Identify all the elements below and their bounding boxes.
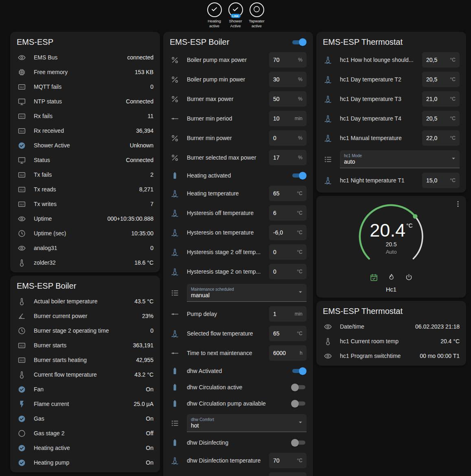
- entity-value: Off: [146, 430, 153, 437]
- number-input[interactable]: 10min: [269, 111, 307, 126]
- power-icon[interactable]: [405, 273, 413, 283]
- toggle-switch[interactable]: [291, 439, 307, 447]
- sensor-row[interactable]: Current flow temperature43.2 °C: [10, 367, 160, 382]
- select-field[interactable]: Maintenance scheduledmanual: [187, 284, 307, 302]
- entity-value: 23%: [142, 313, 153, 319]
- number-input[interactable]: 1min: [269, 306, 307, 322]
- sensor-row[interactable]: Heating pumpOn: [10, 455, 160, 470]
- number-row: Hysteresis stage 2 on temp...0°C: [163, 262, 313, 281]
- number-input[interactable]: 0°C: [269, 264, 307, 279]
- sensor-row[interactable]: 012Burner starts heating42,955: [10, 353, 160, 367]
- number-input[interactable]: 70%: [269, 52, 307, 68]
- sensor-row[interactable]: Actual boiler temperature43.5 °C: [10, 294, 160, 309]
- sensor-row[interactable]: EMS Busconnected: [10, 50, 160, 65]
- badge-shower-active[interactable]: LINK Shower Active: [226, 2, 245, 30]
- number-input[interactable]: 70°C: [269, 453, 307, 468]
- number-input[interactable]: 21,0°C: [422, 91, 460, 107]
- number-input[interactable]: 15,0°C: [422, 173, 460, 188]
- badge-tapwater-active[interactable]: Tapwater active: [248, 2, 266, 30]
- sensor-row[interactable]: 012Rx fails11: [10, 109, 160, 123]
- number-row: Selected flow temperature65°C: [163, 324, 313, 343]
- number-unit: min: [295, 311, 302, 317]
- number-unit: °C: [297, 210, 302, 216]
- number-input[interactable]: 20,5°C: [422, 52, 460, 68]
- number-input[interactable]: 20,5°C: [422, 72, 460, 87]
- badge-label: Heating active: [205, 19, 224, 29]
- entity-label: Hysteresis stage 2 off temp...: [187, 249, 269, 255]
- number-input[interactable]: -6,0°C: [269, 225, 307, 240]
- toggle-row: dhw Activated: [163, 363, 313, 379]
- sensor-row[interactable]: 012Tx writes7: [10, 197, 160, 211]
- percent-icon: [170, 94, 180, 104]
- sensor-row[interactable]: 012Tx fails2: [10, 167, 160, 182]
- fire-icon[interactable]: [387, 273, 396, 283]
- thermostat-dial[interactable]: 20.4°C 20.5 Auto: [356, 202, 426, 272]
- card-title: EMS-ESP Thermostat: [316, 32, 466, 50]
- entity-label: Date/time: [340, 323, 412, 330]
- number-value: 20,5: [426, 115, 437, 122]
- entity-label: Tx writes: [34, 201, 147, 207]
- sensor-row[interactable]: Flame current25.0 µA: [10, 397, 160, 411]
- card-power-toggle[interactable]: [291, 38, 307, 46]
- counter-icon: 012: [17, 126, 26, 136]
- sensor-row[interactable]: 012Tx reads8,271: [10, 182, 160, 197]
- sensor-row[interactable]: zolder3218.6 °C: [10, 255, 160, 270]
- entity-value: 8,271: [139, 186, 153, 193]
- sensor-row[interactable]: Shower ActiveUnknown: [10, 138, 160, 153]
- sensor-row[interactable]: Heating activeOn: [10, 441, 160, 455]
- switch-knob: [291, 439, 299, 447]
- number-input[interactable]: 6000h: [269, 345, 307, 361]
- number-input[interactable]: 30%: [269, 72, 307, 87]
- select-field[interactable]: hc1 Modeauto: [340, 150, 460, 168]
- number-input[interactable]: 65°C: [269, 186, 307, 201]
- sensor-row[interactable]: 012Burner starts363,191: [10, 338, 160, 353]
- sensor-row[interactable]: 012MQTT fails0: [10, 79, 160, 94]
- badge-heating-active[interactable]: Heating active: [205, 2, 224, 30]
- sensor-row[interactable]: hc1 Current room temp20.4 °C: [316, 334, 466, 349]
- thermometer-icon: [17, 370, 26, 379]
- sensor-row[interactable]: Date/time06.02.2023 21:18: [316, 319, 466, 334]
- number-input[interactable]: 20,5°C: [422, 111, 460, 126]
- sensor-row[interactable]: Burner current power23%: [10, 309, 160, 323]
- number-input[interactable]: 50%: [269, 91, 307, 107]
- battery-icon: [170, 171, 180, 180]
- number-input[interactable]: 17%: [269, 150, 307, 165]
- sensor-row[interactable]: Burner stage 2 operating time0: [10, 323, 160, 338]
- sensor-row[interactable]: hc1 Program switchtime00 mo 00:00 T1: [316, 349, 466, 363]
- entity-label: Heating temperature: [187, 190, 269, 197]
- number-value: 30: [273, 76, 280, 83]
- sensor-row[interactable]: analog310: [10, 241, 160, 255]
- sensor-row[interactable]: GasOn: [10, 411, 160, 426]
- toggle-switch[interactable]: [291, 171, 307, 180]
- sensor-row[interactable]: NTP statusConnected: [10, 94, 160, 109]
- thermometer-water-icon: [323, 175, 333, 185]
- number-input[interactable]: 65°C: [269, 326, 307, 341]
- select-field[interactable]: dhw Comforthot: [187, 414, 307, 432]
- sensor-row[interactable]: Uptime (sec)10:35:00: [10, 226, 160, 241]
- sensor-row[interactable]: FanOn: [10, 382, 160, 397]
- thermometer-water-icon: [323, 55, 333, 65]
- number-input[interactable]: 22,0°C: [422, 130, 460, 146]
- switch-knob: [299, 367, 307, 375]
- number-unit: °C: [297, 249, 302, 255]
- calendar-check-icon[interactable]: [370, 273, 378, 283]
- number-input[interactable]: 6°C: [269, 205, 307, 221]
- entity-value: 153 KB: [135, 69, 153, 75]
- entity-label: dhw Circulation active: [187, 384, 291, 390]
- toggle-switch[interactable]: [291, 399, 307, 408]
- toggle-switch[interactable]: [291, 367, 307, 375]
- number-value: 70: [273, 457, 280, 464]
- number-input[interactable]: 0%: [269, 130, 307, 146]
- dots-vertical-icon[interactable]: [454, 200, 462, 210]
- toggle-switch[interactable]: [291, 383, 307, 391]
- badge-circle: LINK: [228, 2, 243, 17]
- number-input[interactable]: 0°C: [269, 244, 307, 260]
- card-title: EMS-ESP Boiler: [163, 32, 313, 50]
- sensor-row[interactable]: StatusConnected: [10, 153, 160, 167]
- counter-icon: 012: [17, 82, 26, 92]
- sensor-row[interactable]: Uptime000+10:35:00.888: [10, 211, 160, 226]
- sensor-row[interactable]: 012Rx received36,394: [10, 123, 160, 138]
- sensor-row[interactable]: Gas stage 2Off: [10, 426, 160, 441]
- number-input[interactable]: 40°C: [269, 472, 307, 476]
- sensor-row[interactable]: Free memory153 KB: [10, 65, 160, 79]
